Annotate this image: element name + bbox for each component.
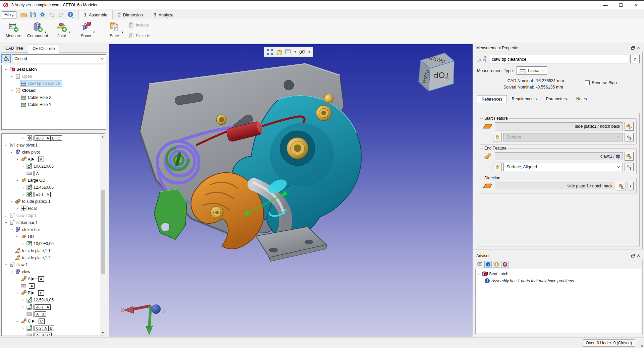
expander-icon[interactable]: ›: [20, 164, 26, 169]
chevron-down-icon[interactable]: ▼: [68, 31, 71, 34]
tree-row[interactable]: ›AA: [2, 156, 100, 163]
reverse-sign-checkbox[interactable]: [585, 80, 590, 85]
file-menu-button[interactable]: File▼: [2, 11, 16, 18]
float-panel-icon[interactable]: [630, 45, 636, 51]
close-panel-icon[interactable]: ✕: [636, 45, 641, 51]
expander-icon[interactable]: ›: [9, 88, 14, 93]
visibility-filter-button[interactable]: [1, 54, 11, 63]
joint-button[interactable]: ▼Joint: [50, 19, 74, 42]
scroll-up-icon[interactable]: ▲: [100, 134, 105, 139]
tree-row[interactable]: ›striker bar;1: [2, 219, 100, 226]
lock-closed-icon[interactable]: [493, 133, 502, 141]
tree-row[interactable]: to side plate;1.2: [2, 254, 100, 261]
expander-icon[interactable]: ›: [20, 192, 26, 197]
tree-row[interactable]: ›claw: [2, 268, 100, 275]
expander-icon[interactable]: ›: [14, 206, 20, 211]
state-button[interactable]: ▼State: [102, 19, 126, 42]
minimize-button[interactable]: —: [598, 1, 613, 9]
expander-icon[interactable]: ›: [20, 298, 26, 302]
tree-row[interactable]: AA: [2, 275, 100, 282]
pick-start-feature-button[interactable]: [625, 122, 634, 131]
scroll-down-icon[interactable]: ▼: [100, 330, 105, 336]
cube-top-label[interactable]: TOP: [433, 70, 450, 80]
float-panel-icon[interactable]: [630, 253, 636, 258]
measurement-type-dropdown[interactable]: Linear: [517, 66, 547, 75]
ribbon-tab-analyze[interactable]: 3Analyze: [148, 10, 179, 19]
3d-viewport[interactable]: ▼ ▼ FRONT RIGHT TOP: [109, 44, 473, 337]
state-filter-dropdown[interactable]: Closed: [12, 54, 106, 63]
tab-requirements[interactable]: Requirements: [507, 95, 541, 103]
warning-filter-button[interactable]: [493, 261, 500, 268]
clear-end-feature-button[interactable]: [625, 163, 634, 171]
chevron-down-icon[interactable]: ▼: [44, 31, 47, 34]
tree-row[interactable]: › Seat Latch: [476, 270, 641, 277]
tree-row[interactable]: ›12,45±0,05: [2, 184, 100, 191]
ribbon-tab-dimension[interactable]: 2Dimension: [113, 10, 148, 19]
tree-row[interactable]: ›striker bar: [2, 226, 100, 233]
expander-icon[interactable]: ›: [20, 185, 26, 190]
direction-field[interactable]: side plate;1 / notch back: [495, 182, 615, 190]
expander-icon[interactable]: ›: [9, 269, 14, 275]
expander-icon[interactable]: ›: [3, 213, 9, 218]
tree-row[interactable]: ›10,00±0,05: [2, 240, 100, 247]
scrollbar-thumb[interactable]: [101, 190, 105, 274]
expander-icon[interactable]: ›: [15, 156, 20, 162]
expander-icon[interactable]: ›: [20, 305, 26, 309]
zoom-fit-button[interactable]: [266, 48, 274, 56]
lock-open-icon[interactable]: [493, 163, 502, 171]
tree-row[interactable]: ›Float: [2, 205, 100, 212]
expander-icon[interactable]: ›: [4, 220, 8, 225]
tree-row[interactable]: ›claw pivot;1: [2, 141, 100, 149]
tab-cetol-tree[interactable]: CETOL Tree: [28, 45, 60, 53]
section-view-button[interactable]: [275, 48, 283, 56]
close-button[interactable]: ✕: [629, 1, 644, 9]
tree-row[interactable]: ›claw stop;1: [2, 212, 100, 219]
tree-row[interactable]: A: [2, 170, 100, 177]
tab-references[interactable]: References: [477, 95, 507, 103]
expander-icon[interactable]: ›: [476, 271, 481, 277]
expander-icon[interactable]: ›: [4, 262, 8, 268]
expander-icon[interactable]: ›: [9, 149, 14, 155]
help-icon[interactable]: ?: [67, 11, 74, 18]
pick-end-feature-button[interactable]: [625, 152, 634, 161]
tree-row[interactable]: ›⌀0,3ABC: [2, 134, 100, 141]
chevron-down-icon[interactable]: ▼: [93, 31, 95, 34]
advisor-message-row[interactable]: Assembly has 1 parts that may have probl…: [476, 277, 641, 284]
tree-row[interactable]: Cable Hole Y: [2, 101, 106, 108]
info-filter-button[interactable]: [484, 261, 492, 268]
tree-row[interactable]: ›Closed: [2, 87, 106, 94]
measure-button[interactable]: Measure: [1, 19, 25, 42]
expander-icon[interactable]: ›: [9, 73, 14, 79]
tree-row[interactable]: ›to side plate;1.1: [2, 198, 100, 205]
tree-row[interactable]: claw tip clearance: [2, 80, 106, 87]
help-button[interactable]: ?: [630, 55, 640, 63]
tree-row[interactable]: ›CC: [2, 317, 100, 325]
show-button[interactable]: ▼Show: [74, 19, 98, 42]
tree-row[interactable]: ›0,2AB: [2, 325, 100, 332]
hide-entities-button[interactable]: [298, 48, 306, 56]
tree-row[interactable]: ›10,02±0,05: [2, 163, 100, 170]
expander-icon[interactable]: ›: [20, 241, 26, 246]
tree-row[interactable]: AB: [2, 310, 100, 317]
clear-start-feature-button[interactable]: [625, 133, 634, 141]
open-folder-icon[interactable]: [20, 11, 27, 18]
expander-icon[interactable]: ›: [15, 290, 20, 296]
direction-options-button[interactable]: ▼: [628, 182, 634, 190]
end-feature-field[interactable]: claw;1 / tip: [495, 152, 623, 160]
comments-filter-button[interactable]: [476, 261, 483, 268]
tree-row[interactable]: ABC: [2, 332, 100, 336]
expander-icon[interactable]: ›: [20, 136, 26, 140]
tree-row[interactable]: ›Open: [2, 73, 106, 80]
ribbon-tab-assemble[interactable]: 1Assemble: [78, 10, 113, 19]
chevron-down-icon[interactable]: ▼: [307, 51, 311, 54]
component-button[interactable]: ▼Component: [25, 19, 50, 42]
chevron-down-icon[interactable]: ▼: [121, 31, 124, 34]
tab-cad-tree[interactable]: CAD Tree: [1, 44, 28, 52]
tree-scrollbar[interactable]: ▲ ▼: [100, 134, 105, 336]
expander-icon[interactable]: ›: [4, 142, 8, 148]
tree-row[interactable]: ›OD: [2, 233, 100, 240]
tab-notes[interactable]: Notes: [572, 95, 591, 103]
tree-row[interactable]: ›claw;1: [2, 261, 100, 268]
tree-row[interactable]: to side plate;1.1: [2, 247, 100, 254]
settings-gear-icon[interactable]: [39, 11, 46, 18]
